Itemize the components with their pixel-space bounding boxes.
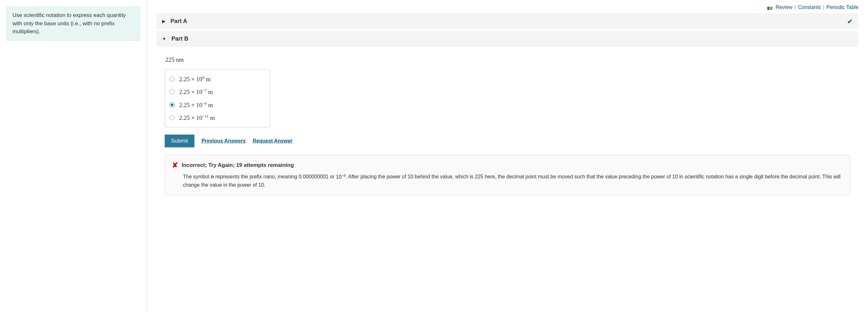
right-panel: Review | Constants | Periodic Table ▶ Pa… <box>147 0 868 312</box>
separator: | <box>795 4 796 10</box>
option-math: 2.25 × 10−7 m <box>179 88 213 96</box>
option-row-2[interactable]: 2.25 × 10−9 m <box>169 98 266 111</box>
part-b-label: Part B <box>172 35 188 42</box>
instruction-text: Use scientific notation to express each … <box>12 12 126 34</box>
part-b-body: 225 nm 2.25 × 109 m2.25 × 10−7 m2.25 × 1… <box>156 49 859 200</box>
fb-value: 225 <box>475 174 484 180</box>
fb-decimal: 0.000000001 <box>299 174 329 180</box>
radio-button[interactable] <box>169 115 175 120</box>
fb-t2: represents the prefix nano, meaning <box>214 174 299 180</box>
option-math: 2.25 × 10−11 m <box>179 114 215 122</box>
fb-t1: The symbol <box>183 174 211 180</box>
collapse-icon: ▼ <box>162 36 166 41</box>
link-periodic-table[interactable]: Periodic Table <box>827 4 859 10</box>
action-row: Submit Previous Answers Request Answer <box>165 134 850 147</box>
feedback-title: Incorrect; Try Again; 19 attempts remain… <box>182 162 294 168</box>
feedback-header: ✘ Incorrect; Try Again; 19 attempts rema… <box>172 161 843 169</box>
request-answer-link[interactable]: Request Answer <box>253 138 292 144</box>
svg-rect-1 <box>770 7 772 10</box>
incorrect-icon: ✘ <box>172 161 178 169</box>
radio-button[interactable] <box>169 89 175 94</box>
submit-button[interactable]: Submit <box>165 134 194 147</box>
option-math: 2.25 × 10−9 m <box>179 101 213 109</box>
part-b-header[interactable]: ▼ Part B <box>156 31 859 47</box>
options-box: 2.25 × 109 m2.25 × 10−7 m2.25 × 10−9 m2.… <box>165 69 270 128</box>
instruction-box: Use scientific notation to express each … <box>6 6 140 40</box>
checkmark-icon: ✔ <box>847 18 852 25</box>
separator: | <box>823 4 824 10</box>
fb-pow: 10−9 <box>336 174 345 180</box>
option-row-3[interactable]: 2.25 × 10−11 m <box>169 111 266 124</box>
feedback-body: The symbol n represents the prefix nano,… <box>183 173 843 189</box>
fb-t4: . After placing the power of 10 behind t… <box>346 174 475 180</box>
radio-button[interactable] <box>169 102 175 107</box>
fb-exp: −9 <box>342 173 346 177</box>
link-constants[interactable]: Constants <box>798 4 821 10</box>
fb-symbol: n <box>211 175 214 180</box>
part-a-header[interactable]: ▶ Part A ✔ <box>156 13 859 29</box>
left-panel: Use scientific notation to express each … <box>0 0 147 312</box>
link-review[interactable]: Review <box>776 4 792 10</box>
feedback-box: ✘ Incorrect; Try Again; 19 attempts rema… <box>165 155 850 195</box>
expand-icon: ▶ <box>162 19 165 24</box>
top-links: Review | Constants | Periodic Table <box>156 3 859 13</box>
option-row-1[interactable]: 2.25 × 10−7 m <box>169 85 266 98</box>
option-math: 2.25 × 109 m <box>179 75 211 83</box>
fb-t3: or <box>329 174 336 180</box>
option-row-0[interactable]: 2.25 × 109 m <box>169 72 266 85</box>
radio-button[interactable] <box>169 76 175 82</box>
book-icon <box>767 6 772 9</box>
previous-answers-link[interactable]: Previous Answers <box>202 138 246 144</box>
svg-rect-0 <box>767 7 770 10</box>
question-text: 225 nm <box>165 56 850 63</box>
part-a-label: Part A <box>170 18 187 25</box>
